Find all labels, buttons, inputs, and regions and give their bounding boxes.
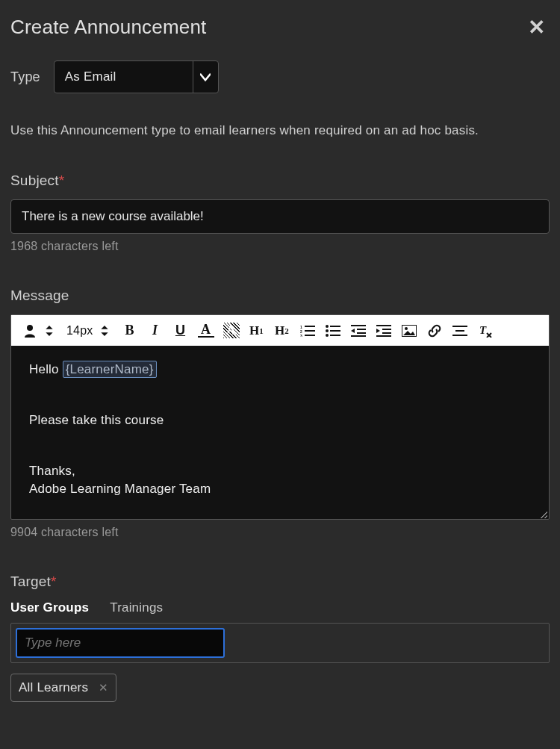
close-icon[interactable]: ✕ bbox=[523, 15, 550, 40]
learner-name-token[interactable]: {LearnerName} bbox=[63, 361, 157, 378]
svg-rect-24 bbox=[455, 330, 464, 332]
required-asterisk: * bbox=[59, 173, 65, 188]
underline-icon[interactable]: U bbox=[172, 323, 189, 338]
type-label: Type bbox=[10, 69, 40, 85]
target-label: Target* bbox=[10, 574, 550, 590]
align-icon[interactable] bbox=[452, 325, 468, 337]
svg-rect-17 bbox=[376, 325, 391, 326]
font-size-value[interactable]: 14px bbox=[66, 324, 93, 338]
svg-rect-15 bbox=[357, 332, 366, 334]
user-icon[interactable] bbox=[22, 324, 38, 338]
resize-handle-icon[interactable] bbox=[538, 509, 547, 518]
svg-rect-12 bbox=[330, 335, 340, 336]
text-color-icon[interactable]: A bbox=[198, 323, 214, 337]
message-label: Message bbox=[10, 288, 550, 304]
type-select[interactable]: As Email bbox=[54, 60, 219, 93]
type-helper-text: Use this Announcement type to email lear… bbox=[10, 123, 550, 138]
svg-rect-11 bbox=[330, 330, 340, 332]
svg-text:3: 3 bbox=[300, 334, 302, 337]
svg-rect-13 bbox=[351, 325, 366, 326]
svg-rect-23 bbox=[452, 326, 467, 327]
tab-trainings[interactable]: Trainings bbox=[110, 600, 163, 615]
user-sorter-icon[interactable] bbox=[41, 326, 57, 336]
svg-rect-25 bbox=[452, 335, 467, 336]
clear-format-icon[interactable]: T bbox=[477, 324, 494, 338]
chip-remove-icon[interactable]: ✕ bbox=[99, 681, 108, 694]
message-chars-left: 9904 characters left bbox=[10, 526, 550, 539]
editor-toolbar: 14px B I U A A H1 H2 123 bbox=[11, 315, 549, 346]
target-input-wrap bbox=[10, 623, 550, 663]
svg-rect-5 bbox=[305, 330, 315, 332]
svg-rect-10 bbox=[330, 326, 340, 327]
subject-input[interactable] bbox=[10, 199, 550, 234]
subject-label: Subject* bbox=[10, 173, 550, 189]
heading2-icon[interactable]: H2 bbox=[274, 323, 290, 338]
unordered-list-icon[interactable] bbox=[325, 325, 341, 337]
page-title: Create Announcement bbox=[10, 16, 207, 39]
outdent-icon[interactable] bbox=[350, 325, 367, 337]
link-icon[interactable] bbox=[426, 324, 443, 338]
chip-all-learners[interactable]: All Learners ✕ bbox=[10, 674, 116, 702]
heading1-icon[interactable]: H1 bbox=[249, 323, 265, 338]
svg-point-0 bbox=[27, 325, 33, 331]
svg-rect-16 bbox=[351, 335, 366, 337]
chevron-down-icon bbox=[193, 61, 218, 93]
message-greeting: Hello bbox=[29, 362, 63, 376]
type-select-value: As Email bbox=[55, 61, 193, 93]
font-size-sorter-icon[interactable] bbox=[96, 326, 113, 336]
svg-point-22 bbox=[405, 327, 408, 330]
svg-rect-4 bbox=[305, 326, 315, 327]
tab-user-groups[interactable]: User Groups bbox=[10, 600, 89, 615]
ordered-list-icon[interactable]: 123 bbox=[299, 325, 316, 337]
chip-label: All Learners bbox=[19, 680, 88, 695]
highlight-icon[interactable]: A bbox=[223, 323, 240, 338]
bold-icon[interactable]: B bbox=[122, 323, 138, 338]
message-line3: Thanks, bbox=[29, 464, 531, 479]
message-line2: Please take this course bbox=[29, 413, 531, 428]
svg-point-8 bbox=[326, 329, 329, 332]
subject-chars-left: 1968 characters left bbox=[10, 240, 550, 253]
svg-rect-18 bbox=[382, 329, 391, 330]
italic-icon[interactable]: I bbox=[147, 323, 164, 338]
target-input[interactable] bbox=[16, 628, 225, 658]
image-icon[interactable] bbox=[401, 325, 417, 337]
svg-rect-6 bbox=[305, 335, 315, 336]
svg-text:T: T bbox=[479, 324, 487, 336]
svg-rect-20 bbox=[376, 335, 391, 337]
svg-rect-14 bbox=[357, 329, 366, 330]
svg-point-9 bbox=[326, 334, 329, 337]
required-asterisk: * bbox=[51, 574, 57, 589]
indent-icon[interactable] bbox=[376, 325, 392, 337]
svg-point-7 bbox=[326, 325, 329, 328]
message-editor: 14px B I U A A H1 H2 123 bbox=[10, 314, 550, 520]
message-body[interactable]: Hello {LearnerName} Please take this cou… bbox=[11, 346, 549, 519]
message-line4: Adobe Learning Manager Team bbox=[29, 482, 531, 497]
svg-rect-19 bbox=[382, 332, 391, 334]
